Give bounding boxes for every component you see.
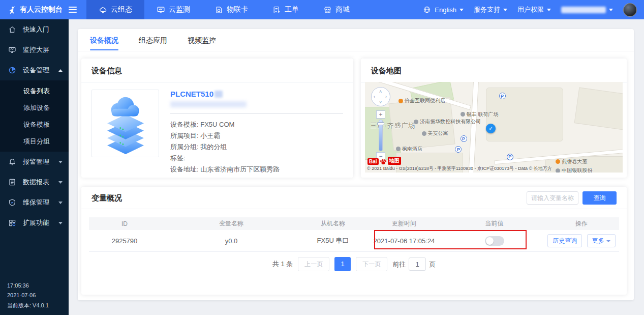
chevron-up-icon	[58, 69, 63, 72]
avatar[interactable]	[623, 3, 637, 17]
value-toggle[interactable]	[485, 236, 504, 246]
nav-item-cloud-scada[interactable]: 云组态	[86, 0, 144, 19]
tab-device-overview[interactable]: 设备概况	[90, 30, 118, 50]
chevron-down-icon	[58, 202, 63, 204]
account-dropdown[interactable]	[561, 7, 613, 13]
sidebar-subitem-device-list[interactable]: 设备列表	[0, 82, 69, 99]
sidebar-item-maintenance[interactable]: 维保管理	[0, 192, 69, 213]
sidebar-item-data-report[interactable]: 数据报表	[0, 172, 69, 192]
col-header-actions: 操作	[544, 219, 619, 228]
cell-name: y0.0	[160, 237, 302, 245]
field-value: 小王霸	[200, 132, 220, 139]
map-poi-label: 银丰 联荷广场	[461, 111, 499, 118]
map-poi-label: 中国银联股份	[556, 167, 592, 173]
col-header-updated: 更新时间	[363, 219, 445, 228]
pan-up-icon[interactable]: ˄	[379, 90, 382, 94]
report-icon	[8, 178, 17, 187]
bell-icon	[8, 158, 17, 166]
sidebar-item-label: 维保管理	[23, 198, 58, 207]
nav-item-iot-card[interactable]: 物联卡	[202, 0, 260, 19]
chevron-down-icon	[503, 9, 507, 11]
zoom-in-button[interactable]: +	[376, 110, 385, 119]
main-content: 设备概况 组态应用 视频监控 设备信息	[78, 29, 634, 300]
zoom-slider[interactable]	[379, 120, 383, 151]
cell-slave: FX5U 串口	[302, 236, 363, 245]
poi-icon	[414, 120, 418, 124]
cell-id: 2925790	[89, 237, 160, 245]
device-info-body: PLCNET510 设备模板: FX5U COM 所属项目: 小王霸 所属分组:…	[81, 82, 353, 182]
history-query-button[interactable]: 历史查询	[547, 234, 582, 247]
support-label: 服务支持	[474, 5, 500, 14]
map-pan-control[interactable]: ˄ ‹ › ˅	[371, 87, 390, 106]
chevron-down-icon	[459, 9, 464, 11]
device-map-card: 设备地图 倍全互联网便利店 三庆·齐盛广场 济南振华数控科技有限公司 美安公寓 …	[361, 59, 627, 178]
sidebar-item-quick-start[interactable]: 快速入门	[0, 19, 69, 40]
cell-actions: 历史查询 更多	[544, 234, 619, 247]
nav-item-work-order[interactable]: 工单	[260, 0, 311, 19]
variables-table: ID 变量名称 从机名称 更新时间 当前值 操作 2925790 y0.0 FX…	[89, 217, 619, 252]
col-header-slave: 从机名称	[302, 219, 363, 228]
store-icon	[323, 6, 332, 14]
device-name-link[interactable]: PLCNET510	[170, 90, 213, 98]
sidebar-item-monitor-screen[interactable]: 监控大屏	[0, 40, 69, 60]
sidebar-item-device-management[interactable]: 设备管理	[0, 60, 69, 80]
poi-icon	[461, 112, 465, 117]
language-dropdown[interactable]: English	[423, 6, 464, 14]
parking-icon: P	[499, 93, 506, 99]
sidebar-subitem-device-template[interactable]: 设备模板	[0, 116, 69, 133]
brand-title: 有人云控制台	[20, 5, 63, 14]
sidebar-item-label: 监控大屏	[23, 45, 63, 54]
pan-right-icon[interactable]: ›	[385, 95, 387, 99]
menu-toggle-icon[interactable]	[69, 7, 77, 13]
pan-left-icon[interactable]: ‹	[374, 95, 375, 99]
device-image	[91, 90, 159, 157]
shield-icon	[8, 198, 17, 207]
search-button[interactable]: 查询	[582, 191, 617, 205]
field-value: 我的分组	[200, 143, 227, 151]
sidebar-item-extensions[interactable]: 扩展功能	[0, 213, 69, 233]
sidebar-subitem-project-group[interactable]: 项目分组	[0, 133, 69, 150]
goto-suffix: 页	[429, 261, 436, 268]
map-road	[468, 82, 479, 173]
globe-icon	[423, 6, 432, 14]
nav-item-label: 工单	[285, 5, 299, 14]
map-poi-label: 枫南酒店	[396, 146, 422, 153]
total-count: 共 1 条	[272, 260, 293, 269]
support-dropdown[interactable]: 服务支持	[474, 5, 507, 14]
zoom-slider-knob[interactable]	[377, 122, 384, 125]
brand[interactable]: 有人云控制台	[0, 0, 86, 19]
tab-video-monitor[interactable]: 视频监控	[188, 30, 216, 50]
next-page-button[interactable]: 下一页	[356, 257, 387, 271]
divider	[170, 113, 343, 114]
sidebar: 快速入门 监控大屏 设备管理 设备列表 添加设备 设备模板 项目分组 报警管理	[0, 19, 69, 315]
parking-icon: P	[461, 135, 467, 142]
nav-item-mall[interactable]: 商城	[311, 0, 362, 19]
work-order-icon	[272, 6, 281, 14]
more-button[interactable]: 更多	[587, 234, 616, 247]
cloud-icon	[99, 6, 107, 14]
baidu-paw-icon	[380, 159, 387, 165]
permission-dropdown[interactable]: 用户权限	[517, 5, 551, 14]
goto-page-input[interactable]	[409, 257, 426, 271]
field-label: 所属项目:	[170, 132, 199, 139]
cell-updated: 2021-07-06 17:05:24	[363, 237, 445, 245]
baidu-map[interactable]: 倍全互联网便利店 三庆·齐盛广场 济南振华数控科技有限公司 美安公寓 枫南酒店 …	[365, 82, 623, 173]
nav-item-cloud-monitor[interactable]: 云监测	[144, 0, 202, 19]
pan-down-icon[interactable]: ˅	[379, 100, 382, 105]
sidebar-subitem-add-device[interactable]: 添加设备	[0, 99, 69, 116]
sidebar-item-alarm-management[interactable]: 报警管理	[0, 152, 69, 172]
field-label: 标签:	[170, 154, 186, 162]
prev-page-button[interactable]: 上一页	[298, 257, 329, 271]
field-label: 设备地址:	[170, 165, 199, 173]
page-number-1[interactable]: 1	[334, 257, 351, 271]
grid-apps-icon	[8, 219, 17, 227]
variables-card: 变量概况 查询 ID 变量名称 从机名称 更新时间 当前值 操作 2925790	[81, 187, 627, 295]
chevron-down-icon	[547, 9, 551, 11]
variable-search-input[interactable]	[527, 191, 578, 205]
app-root: 有人云控制台 云组态 云监测 物联卡	[0, 0, 644, 315]
table-header-row: ID 变量名称 从机名称 更新时间 当前值 操作	[89, 217, 619, 230]
device-info-card: 设备信息	[81, 59, 353, 178]
sidebar-item-label: 快速入门	[23, 25, 63, 34]
tab-scada-app[interactable]: 组态应用	[139, 30, 167, 50]
permission-label: 用户权限	[517, 5, 544, 14]
